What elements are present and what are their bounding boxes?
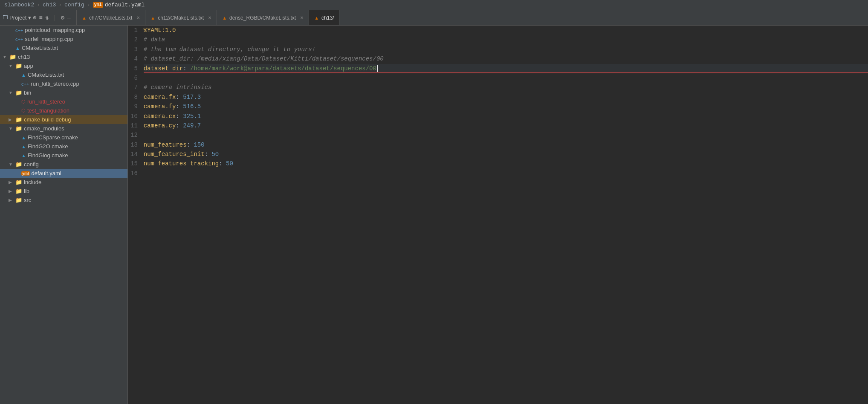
tab-cmake-icon-dense: ▲: [222, 15, 227, 20]
folder-icon-ch13: 📁: [9, 54, 16, 60]
sidebar-item-run-kitti[interactable]: c++ run_kitti_stereo.cpp: [0, 79, 127, 88]
sidebar: c++ pointcloud_mapping.cpp c++ surfel_ma…: [0, 26, 128, 404]
gear-icon[interactable]: ⚙: [61, 14, 64, 21]
window-icon: 🗔: [3, 14, 8, 21]
sidebar-item-pointcloud[interactable]: c++ pointcloud_mapping.cpp: [0, 26, 127, 35]
yaml-badge: yml: [93, 2, 103, 8]
sidebar-label-ch13: ch13: [18, 54, 125, 60]
breadcrumb-sep-3: ›: [87, 2, 90, 8]
breadcrumb-item-yaml[interactable]: default.yaml: [105, 2, 145, 8]
sidebar-item-src[interactable]: ▶ 📁 src: [0, 196, 127, 205]
sidebar-label-run-kitti-bin: run_kitti_stereo: [27, 98, 125, 105]
code-line-4: # dataset_dir: /media/xiang/Data/Dataset…: [144, 54, 868, 63]
folder-icon-include: 📁: [15, 179, 22, 185]
code-text-3: # the tum dataset directory, change it t…: [144, 45, 315, 54]
tab-cmake-icon-ch13: ▲: [314, 15, 319, 20]
code-key-9: camera.fy: [144, 102, 176, 111]
tab-ch7[interactable]: ▲ ch7/CMakeLists.txt ✕: [77, 10, 145, 25]
arrow-lib: ▶: [9, 189, 14, 193]
folder-icon-src: 📁: [15, 197, 22, 203]
code-text-1: %YAML:1.0: [144, 26, 176, 35]
folder-icon-cmake-modules: 📁: [15, 125, 22, 132]
code-key-15: num_features_tracking: [144, 159, 219, 168]
sidebar-item-lib[interactable]: ▶ 📁 lib: [0, 187, 127, 196]
cpp-icon-pointcloud: c++: [15, 28, 23, 33]
code-line-8: camera.fx: 517.3: [144, 92, 868, 102]
sidebar-item-findglog[interactable]: ▲ FindGlog.cmake: [0, 151, 127, 160]
sidebar-label-app: app: [24, 63, 125, 69]
code-key-10: camera.cx: [144, 112, 176, 121]
sidebar-item-findcsparse[interactable]: ▲ FindCSparse.cmake: [0, 133, 127, 142]
sidebar-item-cmake-modules[interactable]: ▼ 📁 cmake_modules: [0, 124, 127, 133]
arrow-app: ▼: [9, 63, 14, 68]
tab-close-dense[interactable]: ✕: [300, 15, 304, 20]
tab-label-dense: dense_RGBD/CMakeLists.txt: [229, 15, 296, 21]
sidebar-item-ch13-folder[interactable]: ▼ 📁 ch13: [0, 52, 127, 61]
code-text-7: # camera intrinsics: [144, 83, 212, 92]
target-icon[interactable]: ⊕: [33, 14, 36, 21]
breadcrumb-item-slambook2[interactable]: slambook2: [4, 2, 34, 8]
cmake-icon-ch13: ▲: [21, 72, 26, 78]
cmake-icon-csparse: ▲: [21, 135, 26, 140]
sidebar-item-run-kitti-bin[interactable]: ⬡ run_kitti_stereo: [0, 97, 127, 106]
code-val-14: 50: [211, 150, 219, 159]
tab-dense[interactable]: ▲ dense_RGBD/CMakeLists.txt ✕: [217, 10, 309, 25]
sidebar-label-src: src: [24, 197, 125, 203]
breadcrumb-item-config[interactable]: config: [64, 2, 84, 8]
main-area: c++ pointcloud_mapping.cpp c++ surfel_ma…: [0, 26, 868, 404]
sidebar-item-bin-folder[interactable]: ▼ 📁 bin: [0, 88, 127, 97]
code-colon-14: :: [205, 150, 212, 159]
sidebar-label-cmake-app: CMakeLists.txt: [22, 45, 125, 51]
editor[interactable]: 1 2 3 4 5 6 7 8 9 10 11 12 13 14 15 16: [128, 26, 868, 404]
sidebar-label-default-yaml: default.yaml: [32, 170, 125, 176]
code-text-2: # data: [144, 35, 165, 44]
cmake-icon-glog: ▲: [21, 153, 26, 158]
sidebar-label-findglog: FindGlog.cmake: [28, 152, 125, 159]
code-colon-15: :: [219, 159, 226, 168]
code-colon-11: :: [176, 121, 183, 130]
tab-cmake-icon-ch7: ▲: [82, 15, 87, 20]
breadcrumb-sep-1: ›: [37, 2, 40, 8]
sidebar-item-default-yaml[interactable]: yml default.yaml: [0, 169, 127, 178]
arrow-cmake-build: ▶: [9, 117, 14, 122]
code-val-9: 516.5: [183, 102, 201, 111]
code-area[interactable]: %YAML:1.0 # data # the tum dataset direc…: [142, 26, 868, 404]
minus-icon[interactable]: —: [67, 14, 70, 21]
sidebar-item-include[interactable]: ▶ 📁 include: [0, 178, 127, 187]
code-line-7: # camera intrinsics: [144, 83, 868, 92]
folder-icon-bin: 📁: [15, 89, 22, 96]
code-line-16: [144, 169, 868, 178]
code-val-11: 249.7: [183, 121, 201, 130]
arrow-cmake-modules: ▼: [9, 126, 14, 131]
tab-cmake-icon-ch12: ▲: [150, 15, 155, 20]
tab-bar: 🗔 Project ▾ ⊕ ≡ ⇅ | ⚙ — ▲ ch7/CMakeLists…: [0, 10, 868, 26]
sidebar-item-cmake-build[interactable]: ▶ 📁 cmake-build-debug: [0, 115, 127, 124]
project-label: Project ▾: [9, 14, 31, 21]
expand-icon[interactable]: ⇅: [45, 14, 49, 21]
sidebar-item-cmake-ch13[interactable]: ▲ CMakeLists.txt: [0, 70, 127, 79]
sidebar-item-findg2o[interactable]: ▲ FindG2O.cmake: [0, 142, 127, 151]
tab-close-ch7[interactable]: ✕: [136, 15, 140, 20]
sidebar-item-surfel[interactable]: c++ surfel_mapping.cpp: [0, 35, 127, 43]
tab-ch13-active[interactable]: ▲ ch13/: [309, 10, 339, 25]
sidebar-item-cmake-app[interactable]: ▲ CMakeLists.txt: [0, 43, 127, 52]
sidebar-item-config-folder[interactable]: ▼ 📁 config: [0, 160, 127, 169]
sidebar-label-cmake-build: cmake-build-debug: [24, 116, 125, 123]
sidebar-item-test-tri[interactable]: ⬡ test_triangulation: [0, 106, 127, 115]
code-line-2: # data: [144, 35, 868, 44]
sidebar-item-app-folder[interactable]: ▼ 📁 app: [0, 61, 127, 70]
sidebar-label-include: include: [24, 179, 125, 185]
code-colon-9: :: [176, 102, 183, 111]
code-line-5: dataset_dir: /home/mark/work@arpara/data…: [144, 64, 868, 73]
tab-ch12[interactable]: ▲ ch12/CMakeLists.txt ✕: [145, 10, 217, 25]
cmake-icon-g2o: ▲: [21, 144, 26, 149]
code-key-13: num_features: [144, 140, 187, 150]
tab-close-ch12[interactable]: ✕: [208, 15, 211, 20]
sidebar-label-pointcloud: pointcloud_mapping.cpp: [25, 27, 125, 33]
collapse-all-icon[interactable]: ≡: [39, 14, 43, 21]
code-val-10: 325.1: [183, 112, 201, 121]
code-colon-8: :: [176, 92, 183, 102]
yaml-icon: yml: [21, 171, 30, 176]
breadcrumb-item-ch13[interactable]: ch13: [43, 2, 56, 8]
tab-label-ch13: ch13/: [321, 15, 334, 21]
